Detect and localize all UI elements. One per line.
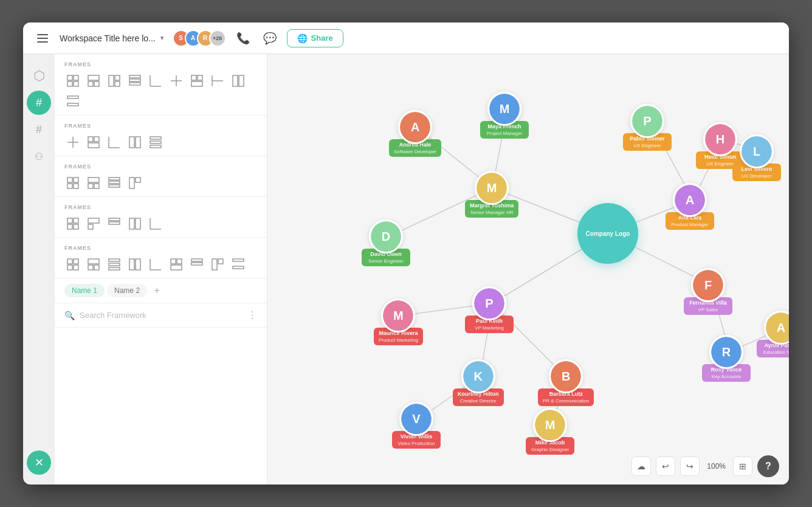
frames-section-2: FRAMES [55, 116, 267, 156]
person-role: VP Sales [689, 307, 728, 313]
frame-icon[interactable] [126, 72, 143, 89]
frame-icon[interactable] [147, 72, 164, 89]
frame-icon[interactable] [64, 174, 81, 191]
org-node[interactable]: DDavid OwenSenior Engineer [362, 219, 410, 266]
svg-rect-58 [129, 218, 134, 229]
svg-rect-44 [94, 184, 99, 188]
frame-icon[interactable] [126, 215, 143, 232]
avatar: P [632, 106, 662, 136]
undo-button[interactable]: ↩ [656, 457, 675, 476]
avatar: L [741, 136, 772, 167]
bottombar: ☁ ↩ ↪ 100% ⊞ ? [631, 455, 779, 477]
svg-rect-12 [129, 83, 140, 85]
svg-rect-36 [150, 141, 161, 143]
frame-icon[interactable] [188, 72, 205, 89]
svg-rect-83 [233, 259, 244, 261]
frame-icon[interactable] [106, 215, 123, 232]
grid-toggle[interactable]: ⊞ [733, 457, 752, 476]
org-node[interactable]: PPablo SteinerUX Engineer [623, 104, 672, 151]
svg-rect-53 [74, 224, 78, 229]
canvas[interactable]: Company LogoAAndrea HaleSoftware Develop… [267, 54, 789, 485]
frame-icon[interactable] [209, 256, 226, 273]
svg-rect-55 [88, 224, 93, 229]
avatar: H [705, 124, 735, 154]
svg-rect-71 [109, 267, 120, 270]
org-node[interactable]: MMargret YoshimaSenior Manager HR [465, 171, 518, 218]
shapes-icon-button[interactable]: ⬡ [27, 64, 51, 88]
org-node[interactable]: RRosy VanceKey Accounts [702, 335, 751, 382]
svg-rect-50 [67, 218, 72, 223]
help-button[interactable]: ? [757, 455, 779, 477]
org-node[interactable]: AAndrea HaleSoftware Developer [389, 110, 441, 157]
org-node[interactable]: VVivian WillisVideo Production [392, 402, 441, 449]
grid-icon-button[interactable]: # [27, 91, 51, 115]
person-role: PR & Communication [543, 398, 589, 404]
frame-icon[interactable] [230, 256, 247, 273]
org-node[interactable]: FFernanda VillaVP Sales [684, 268, 732, 315]
workspace-title[interactable]: Workspace Title here lo... ▼ [60, 33, 165, 43]
org-node[interactable]: MMaya FrenchProject Manager [480, 92, 529, 139]
frame-icon[interactable] [106, 256, 123, 273]
frame-icon[interactable] [85, 174, 102, 191]
frame-icon[interactable] [147, 134, 164, 151]
tab-name2[interactable]: Name 2 [107, 284, 147, 297]
org-node[interactable]: AAynia ParkerEducation Sales [757, 311, 789, 357]
cloud-icon[interactable]: ☁ [631, 457, 651, 476]
avatar: F [693, 270, 723, 300]
org-node[interactable]: BBarbara LutzPR & Communication [538, 359, 594, 406]
svg-rect-25 [67, 103, 78, 106]
frame-icon[interactable] [85, 215, 102, 232]
frame-icon[interactable] [147, 215, 164, 232]
frame-icon[interactable] [126, 174, 143, 191]
frame-icon[interactable] [168, 256, 185, 273]
frame-icon[interactable] [64, 215, 81, 232]
frame-icon[interactable] [188, 256, 205, 273]
person-role: Software Developer [394, 149, 436, 155]
sidebar: FRAMES FRAMES [55, 54, 267, 485]
connect-icon-button[interactable]: ⚇ [27, 144, 51, 168]
phone-icon[interactable]: 📞 [233, 29, 253, 48]
share-button[interactable]: 🌐 Share [287, 29, 343, 47]
frame-icon[interactable] [64, 134, 81, 151]
frame-icon[interactable] [85, 134, 102, 151]
frame-icon[interactable] [230, 72, 247, 89]
redo-button[interactable]: ↪ [680, 457, 700, 476]
frame-icon[interactable] [106, 174, 123, 191]
org-node[interactable]: MMike JacobGraphic Designer [526, 408, 574, 455]
more-options-icon[interactable]: ⋮ [247, 309, 257, 321]
frame-icon[interactable] [85, 72, 102, 89]
frame-icon-button[interactable]: # [27, 117, 51, 142]
frame-icon[interactable] [64, 93, 81, 110]
menu-button[interactable] [33, 29, 52, 48]
frames-grid-3 [64, 174, 257, 191]
person-role: Graphic Designer [531, 447, 569, 453]
frame-icon[interactable] [106, 72, 123, 89]
chat-icon[interactable]: 💬 [260, 29, 280, 48]
frame-icon[interactable] [64, 72, 81, 89]
frame-icon[interactable] [126, 256, 143, 273]
frame-icon[interactable] [168, 72, 185, 89]
person-role: UX Developer [737, 173, 776, 179]
frame-icon[interactable] [147, 256, 164, 273]
svg-rect-30 [88, 143, 99, 148]
svg-rect-80 [191, 263, 202, 265]
person-role: VP Marketing [470, 325, 509, 331]
frame-icon[interactable] [106, 134, 123, 151]
org-node[interactable]: AAna LaraProduct Manager [666, 183, 714, 230]
frame-icon[interactable] [64, 256, 81, 273]
frame-icon[interactable] [126, 134, 143, 151]
frame-icon[interactable] [85, 256, 102, 273]
org-node[interactable]: PPaul KeithVP Marketing [465, 286, 514, 333]
frames-label-5: FRAMES [64, 245, 257, 251]
svg-rect-84 [233, 266, 244, 269]
frame-icon[interactable] [209, 72, 226, 89]
add-tab-button[interactable]: + [150, 283, 164, 298]
search-row: 🔍 ⋮ [55, 303, 267, 328]
search-input[interactable] [80, 311, 243, 320]
svg-rect-57 [109, 222, 120, 224]
org-node[interactable]: MMaurice RiveraProduct Marketing [374, 298, 423, 345]
org-node[interactable]: KKourtney HiltonCreative Director [453, 359, 504, 406]
svg-rect-78 [171, 265, 182, 270]
close-button[interactable]: ✕ [27, 450, 51, 475]
tab-name1[interactable]: Name 1 [64, 284, 105, 297]
